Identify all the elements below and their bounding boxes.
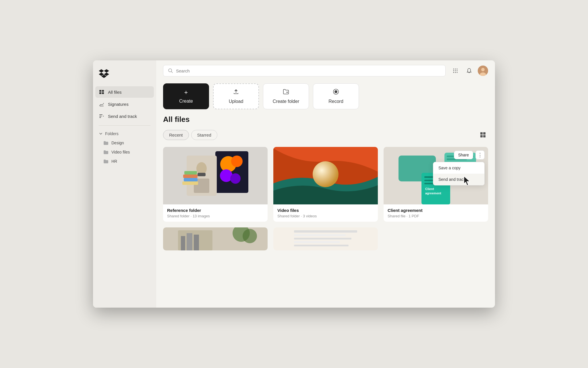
folder-icon	[103, 159, 109, 164]
svg-point-59	[243, 229, 257, 243]
files-row2	[163, 227, 488, 250]
user-avatar-icon	[478, 66, 488, 76]
file-info: Video files Shared folder · 3 videos	[273, 204, 378, 222]
sidebar-navigation: All files Signatures Send and track	[93, 86, 156, 122]
partial-thumb-2	[273, 227, 378, 250]
file-card-client-agreement[interactable]: Client agreement Share ⋮ Save a copy	[384, 147, 488, 222]
sidebar-item-hr[interactable]: HR	[95, 157, 154, 166]
folder-label: HR	[111, 159, 117, 164]
notifications-button[interactable]	[464, 66, 474, 76]
svg-rect-34	[198, 173, 206, 176]
sidebar-item-design[interactable]: Design	[95, 138, 154, 147]
create-folder-icon	[283, 89, 289, 97]
record-button[interactable]: Record	[313, 83, 359, 109]
svg-rect-56	[187, 233, 192, 250]
svg-point-13	[455, 70, 456, 71]
svg-rect-38	[183, 175, 198, 178]
file-info: Reference folder Shared folder · 13 imag…	[163, 204, 268, 222]
main-content: + Create Upload	[156, 60, 495, 308]
upload-label: Upload	[229, 99, 243, 104]
tab-recent[interactable]: Recent	[163, 130, 189, 140]
svg-point-16	[455, 72, 456, 73]
more-icon: ⋮	[477, 152, 483, 158]
sidebar-item-video-files[interactable]: Video files	[95, 147, 154, 157]
file-card-partial-1[interactable]	[163, 227, 268, 250]
svg-point-19	[481, 68, 485, 71]
apps-grid-icon	[452, 68, 458, 74]
svg-text:agreement: agreement	[425, 191, 441, 195]
content-area: All files Recent Starred	[156, 115, 495, 308]
video-files-thumbnail	[273, 147, 378, 204]
file-card-reference-folder[interactable]: Reference folder Shared folder · 13 imag…	[163, 147, 268, 222]
svg-rect-5	[99, 114, 102, 115]
file-card-actions: Share ⋮	[454, 150, 485, 160]
file-thumbnail	[273, 147, 378, 204]
file-name: Reference folder	[167, 208, 264, 213]
file-name: Client agreement	[388, 208, 484, 213]
svg-point-17	[457, 72, 458, 73]
svg-rect-23	[480, 132, 483, 135]
sidebar-item-label: Signatures	[108, 102, 129, 107]
sidebar-item-signatures[interactable]: Signatures	[95, 98, 154, 110]
sidebar-item-label: Send and track	[108, 114, 137, 119]
search-bar[interactable]	[163, 65, 446, 76]
file-card-partial-2[interactable]	[273, 227, 378, 250]
search-input[interactable]	[176, 68, 441, 73]
action-buttons: + Create Upload	[156, 81, 495, 115]
svg-point-31	[230, 173, 241, 184]
file-meta: Shared folder · 3 videos	[277, 214, 374, 218]
header-actions	[450, 66, 488, 76]
svg-rect-25	[480, 135, 483, 137]
partial-thumbnail	[163, 227, 268, 250]
dropdown-item-send-and-track[interactable]: Send and track	[433, 174, 484, 185]
more-options-button[interactable]: ⋮	[475, 150, 485, 160]
view-toggle-button[interactable]	[478, 130, 488, 140]
sidebar-item-label: All files	[108, 90, 122, 95]
dropdown-item-save-copy[interactable]: Save a copy	[433, 162, 484, 174]
tabs-left: Recent Starred	[163, 130, 217, 140]
sidebar: All files Signatures Send and track	[93, 60, 156, 308]
sidebar-logo[interactable]	[93, 66, 156, 86]
bell-icon	[466, 68, 472, 74]
folder-icon	[103, 141, 109, 145]
share-button[interactable]: Share	[454, 151, 473, 159]
folders-header[interactable]: Folders	[95, 129, 154, 138]
file-meta: Shared file · 1 PDF	[388, 214, 484, 218]
page-title: All files	[163, 115, 488, 124]
svg-rect-1	[102, 90, 104, 92]
svg-rect-61	[294, 230, 357, 233]
svg-point-12	[453, 70, 454, 71]
avatar[interactable]	[478, 66, 488, 76]
record-label: Record	[328, 99, 343, 104]
folder-label: Design	[111, 141, 124, 145]
apps-grid-button[interactable]	[450, 66, 461, 76]
plus-icon: +	[184, 89, 188, 96]
create-folder-button[interactable]: Create folder	[263, 83, 309, 109]
svg-point-10	[455, 69, 456, 70]
reference-folder-thumbnail	[178, 147, 253, 204]
create-folder-label: Create folder	[273, 99, 299, 104]
signatures-icon	[99, 101, 105, 107]
svg-rect-26	[483, 135, 486, 137]
dropdown-menu: Save a copy Send and track	[433, 162, 485, 185]
svg-rect-39	[184, 171, 197, 175]
file-card-video-files[interactable]: Video files Shared folder · 3 videos	[273, 147, 378, 222]
file-meta: Shared folder · 13 images	[167, 214, 264, 218]
sidebar-item-all-files[interactable]: All files	[95, 86, 154, 98]
folder-icon	[103, 150, 109, 154]
svg-point-41	[313, 161, 339, 187]
upload-icon	[233, 89, 239, 97]
upload-button[interactable]: Upload	[213, 83, 259, 109]
folders-section: Folders Design Video files HR	[93, 129, 156, 166]
grid-view-icon	[480, 132, 486, 138]
create-button[interactable]: + Create	[163, 83, 209, 109]
chevron-down-icon	[99, 132, 103, 136]
sidebar-item-send-and-track[interactable]: Send and track	[95, 110, 154, 122]
svg-rect-6	[99, 116, 102, 116]
file-info: Client agreement Shared file · 1 PDF	[384, 204, 488, 222]
all-files-icon	[99, 89, 105, 95]
svg-rect-57	[194, 235, 199, 250]
tab-starred[interactable]: Starred	[191, 130, 217, 140]
svg-point-8	[169, 69, 172, 72]
svg-text:Client: Client	[425, 187, 434, 191]
